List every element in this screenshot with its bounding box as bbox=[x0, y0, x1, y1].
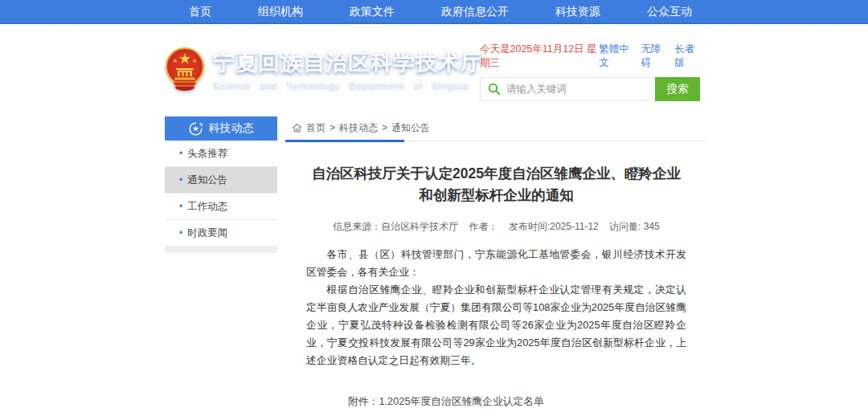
article-body: 各市、县（区）科技管理部门，宁东能源化工基地管委会，银川经济技术开发区管委会，各… bbox=[306, 246, 686, 369]
site-title: 宁夏回族自治区科学技术厅 bbox=[213, 48, 483, 77]
bullet-dot-icon: • bbox=[179, 148, 182, 159]
home-icon bbox=[292, 123, 302, 133]
sidebar-item-label: 工作动态 bbox=[187, 200, 227, 214]
nav-item-public-interaction[interactable]: 公众互动 bbox=[647, 5, 692, 19]
search-box: 搜索 bbox=[480, 77, 700, 101]
header-utilities: 今天是2025年11月12日 星期三 繁體中文 无障碍 长者版 搜索 bbox=[480, 43, 700, 101]
sidebar-item-notices[interactable]: • 通知公告 bbox=[165, 167, 277, 194]
article-meta: 信息来源：自治区科学技术厅 作者： 发布时间:2025-11-12 访问量: 3… bbox=[306, 220, 686, 234]
article-title: 自治区科技厅关于认定2025年度自治区雏鹰企业、瞪羚企业 和创新型标杆企业的通知 bbox=[306, 163, 686, 206]
attachments-label: 附件： bbox=[348, 393, 379, 412]
article-paragraph: 各市、县（区）科技管理部门，宁东能源化工基地管委会，银川经济技术开发区管委会，各… bbox=[306, 246, 686, 281]
search-input[interactable] bbox=[506, 79, 656, 100]
search-icon bbox=[488, 83, 501, 96]
sidebar-item-work-dynamics[interactable]: • 工作动态 bbox=[165, 194, 277, 220]
sidebar-header: 科技动态 bbox=[165, 116, 277, 141]
nav-item-home[interactable]: 首页 bbox=[189, 5, 211, 19]
article-title-line1: 自治区科技厅关于认定2025年度自治区雏鹰企业、瞪羚企业 bbox=[306, 163, 686, 185]
meta-publish-time: 发布时间:2025-11-12 bbox=[509, 221, 599, 232]
link-accessibility[interactable]: 无障碍 bbox=[641, 43, 666, 70]
article-title-line2: 和创新型标杆企业的通知 bbox=[306, 185, 686, 206]
attachments-block: 附件： 1.2025年度自治区雏鹰企业认定名单 2.2025年度自治区瞪羚企业认… bbox=[348, 393, 686, 412]
link-elder-version[interactable]: 长者版 bbox=[674, 43, 700, 70]
breadcrumb-sci-tech-news[interactable]: 科技动态 bbox=[339, 121, 378, 135]
attachment-link-eagle-list[interactable]: 1.2025年度自治区雏鹰企业认定名单 bbox=[379, 393, 575, 410]
link-traditional-chinese[interactable]: 繁體中文 bbox=[599, 43, 633, 70]
breadcrumb-home[interactable]: 首页 bbox=[306, 121, 326, 135]
page-background: 首页 组织机构 政策文件 政府信息公开 科技资源 公众互动 宁夏回族自治区科学技… bbox=[0, 0, 868, 412]
sidebar-footer-strip bbox=[165, 247, 277, 253]
meta-views: 访问量: 345 bbox=[609, 221, 660, 232]
cloud-decoration bbox=[0, 233, 80, 329]
nav-item-policy-documents[interactable]: 政策文件 bbox=[350, 5, 395, 19]
article-paragraph: 根据自治区雏鹰企业、瞪羚企业和创新型标杆企业认定管理有关规定，决定认定半亩良人农… bbox=[306, 281, 686, 369]
sidebar-item-current-politics[interactable]: • 时政要闻 bbox=[165, 220, 277, 247]
sidebar-title: 科技动态 bbox=[209, 121, 254, 136]
top-navigation-bar: 首页 组织机构 政策文件 政府信息公开 科技资源 公众互动 bbox=[0, 0, 868, 24]
nav-item-sci-tech-resources[interactable]: 科技资源 bbox=[555, 5, 600, 19]
main-container: 科技动态 • 头条推荐 • 通知公告 • 工作动态 • 时政要闻 bbox=[165, 115, 707, 412]
site-subtitle: Science and Technology Department of Nin… bbox=[213, 80, 483, 90]
meta-author: 作者： bbox=[469, 221, 498, 232]
breadcrumb-separator: > bbox=[382, 122, 387, 133]
nav-item-gov-info-disclosure[interactable]: 政府信息公开 bbox=[441, 5, 509, 19]
sidebar: 科技动态 • 头条推荐 • 通知公告 • 工作动态 • 时政要闻 bbox=[165, 116, 277, 253]
sidebar-item-label: 通知公告 bbox=[187, 173, 227, 187]
breadcrumb-accent-underline bbox=[285, 140, 404, 142]
nav-item-organization[interactable]: 组织机构 bbox=[258, 5, 303, 19]
national-emblem-logo bbox=[165, 47, 205, 92]
cloud-decoration bbox=[0, 20, 177, 108]
cloud-decoration bbox=[747, 96, 868, 185]
site-brand: 宁夏回族自治区科学技术厅 Science and Technology Depa… bbox=[165, 47, 483, 92]
sidebar-item-label: 时政要闻 bbox=[187, 226, 227, 240]
sidebar-item-label: 头条推荐 bbox=[187, 147, 227, 161]
sidebar-item-headline-recommend[interactable]: • 头条推荐 bbox=[165, 141, 277, 167]
breadcrumb-notices[interactable]: 通知公告 bbox=[391, 121, 430, 135]
bullet-dot-icon: • bbox=[179, 201, 182, 212]
article: 自治区科技厅关于认定2025年度自治区雏鹰企业、瞪羚企业 和创新型标杆企业的通知… bbox=[285, 163, 707, 412]
bullet-dot-icon: • bbox=[179, 174, 182, 186]
star-circle-icon bbox=[189, 122, 203, 136]
bullet-dot-icon: • bbox=[179, 227, 182, 239]
search-button[interactable]: 搜索 bbox=[655, 77, 700, 101]
breadcrumb-separator: > bbox=[330, 122, 335, 133]
content-panel: 首页 > 科技动态 > 通知公告 自治区科技厅关于认定2025年度自治区雏鹰企业… bbox=[285, 115, 707, 412]
meta-source: 信息来源：自治区科学技术厅 bbox=[333, 221, 458, 232]
breadcrumb: 首页 > 科技动态 > 通知公告 bbox=[285, 115, 707, 141]
current-date-text: 今天是2025年11月12日 星期三 bbox=[480, 43, 599, 70]
